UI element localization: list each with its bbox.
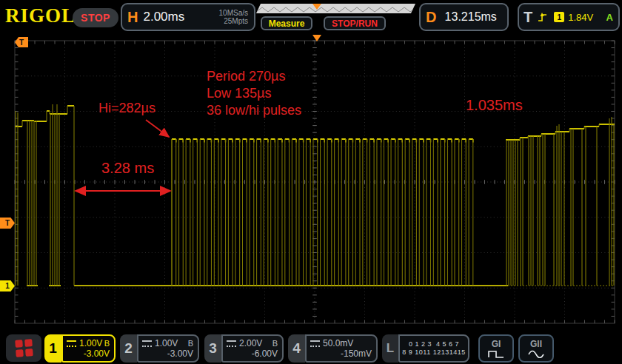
source2-button[interactable]: GII [518,334,554,363]
annotation-pulse-info: Period 270µs Low 135µs 36 low/hi pulses [207,68,301,119]
red-grid-icon [15,339,33,357]
channel-1-scale: 1.00V [79,338,102,348]
source1-button[interactable]: GI [478,334,514,363]
channel-4-number: 4 [288,334,305,363]
annotation-gap-width: 3.28 ms [101,160,154,177]
channel-2-scale: 1.00V [155,338,178,348]
channel-2-badge[interactable]: 2 1.00V B -3.00V [120,334,199,363]
dc-coupling-icon [310,340,320,347]
trigger-widget[interactable]: T 1 1.84V A [518,3,620,31]
channel-3-badge[interactable]: 3 2.00V B -6.00V [204,334,284,363]
annotation-hi-width: Hi=282µs [98,101,156,116]
bandwidth-badge: B [188,338,193,348]
stop-run-button[interactable]: STOP/RUN [324,16,386,30]
channel-4-offset: -150mV [310,348,372,359]
logic-row-low: 0 1 2 3 4 5 6 7 [409,340,459,348]
bandwidth-badge: B [272,338,278,348]
horizontal-label: H [122,9,143,26]
logic-label: L [382,334,398,363]
top-status-bar: RIGOL STOP H 2.00ms 10MSa/s 25Mpts Measu… [0,0,622,34]
source1-label: GI [492,340,501,349]
display-menu-button[interactable] [6,334,41,362]
oscilloscope-screen: T T 1 Hi=282µs Period 270µs Low 135µs 36… [0,0,622,364]
channel-2-offset: -3.00V [142,348,193,359]
rising-edge-icon [537,11,549,23]
trigger-level-value: 1.84V [568,12,593,23]
source2-label: GII [530,340,542,349]
square-wave-icon [487,349,505,358]
timebase-value: 2.00ms [143,10,184,24]
waveform-display [0,0,622,364]
dc-coupling-icon [142,340,152,347]
delay-label: D [421,9,441,26]
measure-button[interactable]: Measure [261,16,312,30]
channel-4-scale: 50.0mV [323,338,353,348]
bottom-status-bar: 1 1.00V B -3.00V 2 1.00V B -3.00V 3 2. [0,331,622,364]
dc-coupling-icon [67,340,76,347]
channel-4-badge[interactable]: 4 50.0mV -150mV [288,334,378,363]
memory-position-bar[interactable] [256,4,415,13]
channel-1-offset: -3.00V [67,348,110,359]
dc-coupling-icon [227,340,236,347]
channel-3-number: 3 [204,334,221,363]
horizontal-widget[interactable]: H 2.00ms 10MSa/s 25Mpts [121,3,255,31]
logic-channels-badge[interactable]: L 0 1 2 3 4 5 6 7 8 9 1011 12131415 [382,334,469,363]
channel-1-badge[interactable]: 1 1.00V B -3.00V [44,334,116,363]
sample-rate: 10MSa/s [219,9,248,17]
delay-widget[interactable]: D 13.215ms [419,3,509,31]
channel-1-number: 1 [44,334,61,363]
memory-depth: 25Mpts [224,17,248,25]
memory-position-pointer-icon[interactable] [312,4,321,10]
trigger-label: T [519,9,537,26]
delay-value: 13.215ms [445,10,504,24]
sine-wave-icon [527,349,545,358]
annotation-right-gap: 1.035ms [466,97,523,114]
run-state-badge: STOP [73,8,118,27]
bandwidth-badge: B [104,338,110,348]
trigger-source-badge: 1 [554,12,564,22]
channel-3-scale: 2.00V [239,338,262,348]
trigger-position-icon[interactable] [312,35,321,41]
trigger-mode: A [606,12,618,23]
rigol-logo: RIGOL [5,4,76,27]
channel-3-offset: -6.00V [227,348,278,359]
channel-2-number: 2 [120,334,137,363]
logic-row-high: 8 9 1011 12131415 [402,348,465,357]
